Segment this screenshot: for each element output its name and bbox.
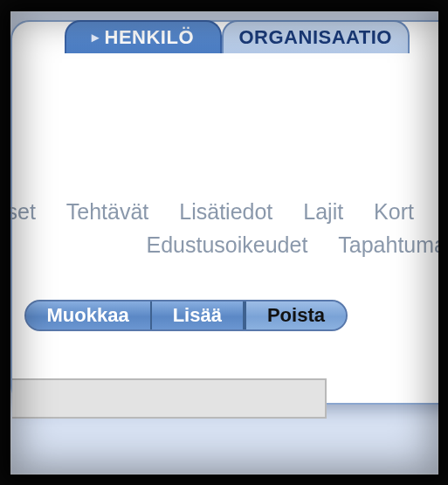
action-bar: Muokkaa Lisää Poista [24, 300, 348, 331]
tab-organisation-label: ORGANISAATIO [239, 26, 392, 49]
subnav-item[interactable]: Tapahtuma [326, 228, 438, 261]
add-button-label: Lisää [173, 304, 222, 327]
text-input[interactable] [12, 378, 327, 419]
subnav-item[interactable]: set [10, 195, 48, 228]
edit-button[interactable]: Muokkaa [26, 301, 152, 329]
subnav-item[interactable]: Edustusoikeudet [134, 228, 320, 261]
subnav-item[interactable]: Lisätiedot [167, 195, 285, 228]
tab-person-label: HENKILÖ [105, 26, 195, 49]
subnav-item[interactable]: Kort [362, 195, 426, 228]
content-area: set Tehtävät Lisätiedot Lajit Kort Edust… [12, 55, 438, 403]
subnav-row-1: set Tehtävät Lisätiedot Lajit Kort [10, 195, 438, 228]
app-window: HENKILÖ ORGANISAATIO set Tehtävät Lisäti… [10, 11, 438, 475]
main-panel: HENKILÖ ORGANISAATIO set Tehtävät Lisäti… [10, 20, 438, 405]
subnav-item[interactable]: Lajit [291, 195, 355, 228]
tab-organisation[interactable]: ORGANISAATIO [222, 20, 410, 53]
tab-person[interactable]: HENKILÖ [65, 20, 222, 53]
delete-button[interactable]: Poista [245, 301, 346, 329]
delete-button-label: Poista [267, 304, 325, 327]
subnav-item[interactable]: Tehtävät [54, 195, 162, 228]
add-button[interactable]: Lisää [152, 301, 245, 329]
primary-tabs: HENKILÖ ORGANISAATIO [65, 20, 410, 53]
subnav-row-2: Edustusoikeudet Tapahtuma [10, 228, 438, 261]
subnav: set Tehtävät Lisätiedot Lajit Kort Edust… [10, 195, 438, 261]
edit-button-label: Muokkaa [47, 304, 129, 327]
